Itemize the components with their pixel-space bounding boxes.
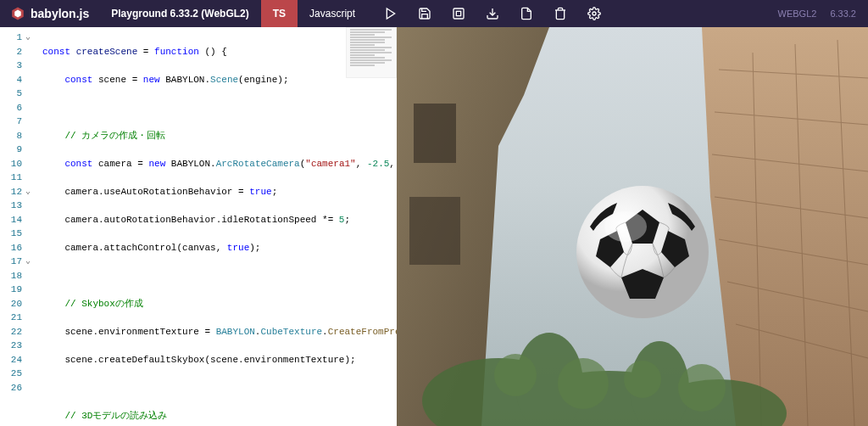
logo-area: babylon.js bbox=[0, 6, 99, 21]
fold-toggle[interactable]: ⌄ bbox=[25, 185, 31, 199]
svg-rect-9 bbox=[414, 104, 456, 163]
svg-point-30 bbox=[678, 364, 726, 412]
fold-toggle[interactable]: ⌄ bbox=[25, 31, 31, 45]
typescript-tab[interactable]: TS bbox=[261, 0, 298, 27]
playground-version-label: Playground 6.33.2 (WebGL2) bbox=[99, 8, 260, 20]
preview-canvas[interactable] bbox=[397, 27, 868, 426]
svg-point-29 bbox=[624, 361, 661, 398]
svg-point-6 bbox=[593, 12, 596, 15]
logo-text: babylon.js bbox=[31, 7, 89, 20]
toolbar bbox=[367, 7, 618, 20]
fold-toggle[interactable]: ⌄ bbox=[25, 255, 31, 269]
download-icon[interactable] bbox=[486, 7, 499, 20]
line-gutter: 1⌄23456789101112⌄1314151617⌄181920212223… bbox=[0, 27, 27, 426]
javascript-tab[interactable]: Javascript bbox=[298, 0, 367, 27]
svg-marker-2 bbox=[387, 8, 394, 19]
settings-icon[interactable] bbox=[587, 7, 601, 20]
soccer-ball bbox=[575, 184, 710, 320]
svg-rect-10 bbox=[409, 197, 460, 265]
code-area[interactable]: const createScene = function () { const … bbox=[27, 27, 397, 426]
version-label: 6.33.2 bbox=[830, 8, 856, 19]
svg-rect-3 bbox=[453, 8, 464, 19]
play-icon[interactable] bbox=[384, 7, 398, 20]
minimap[interactable] bbox=[346, 27, 397, 78]
new-file-icon[interactable] bbox=[520, 7, 533, 20]
code-editor[interactable]: 1⌄23456789101112⌄1314151617⌄181920212223… bbox=[0, 27, 397, 426]
svg-point-36 bbox=[604, 211, 647, 242]
clear-icon[interactable] bbox=[554, 7, 567, 20]
svg-point-28 bbox=[558, 358, 609, 409]
webgl-label: WEBGL2 bbox=[778, 8, 817, 19]
svg-point-27 bbox=[494, 354, 537, 396]
svg-rect-4 bbox=[456, 11, 460, 15]
babylon-logo-icon bbox=[10, 6, 25, 21]
inspector-icon[interactable] bbox=[452, 7, 465, 20]
header: babylon.js Playground 6.33.2 (WebGL2) TS… bbox=[0, 0, 868, 27]
save-icon[interactable] bbox=[418, 7, 431, 20]
